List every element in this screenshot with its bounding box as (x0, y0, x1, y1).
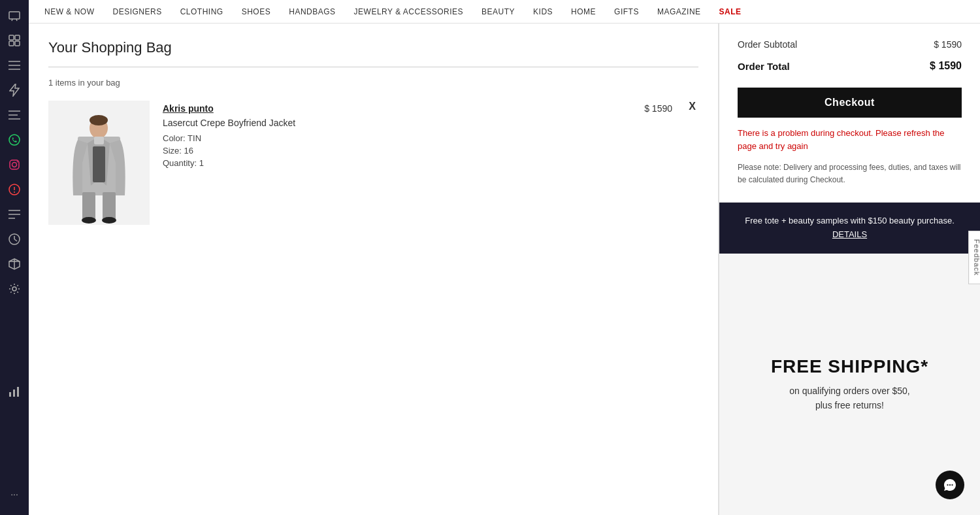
svg-point-45 (951, 484, 953, 486)
analytics-icon[interactable] (4, 381, 25, 402)
nav-item-beauty[interactable]: BEAUTY (472, 0, 524, 23)
menu2-icon[interactable] (4, 105, 25, 125)
promo-details-link[interactable]: DETAILS (832, 229, 867, 239)
bag-item: Akris punto Lasercut Crepe Boyfriend Jac… (48, 101, 698, 225)
svg-point-28 (12, 287, 16, 291)
chat-button[interactable] (936, 471, 964, 499)
promo-text: Free tote + beauty samples with $150 bea… (745, 216, 955, 225)
svg-point-43 (947, 484, 948, 486)
total-label: Order Total (738, 61, 790, 72)
lightning-icon[interactable] (4, 80, 25, 101)
checkout-note: Please note: Delivery and processing fee… (738, 161, 962, 186)
subtotal-label: Order Subtotal (738, 39, 797, 50)
promo-banner: Free tote + beauty samples with $150 bea… (719, 203, 980, 254)
summary-top: Order Subtotal $ 1590 Order Total $ 1590… (719, 24, 980, 203)
svg-point-13 (9, 135, 20, 145)
alert-icon[interactable] (4, 179, 25, 200)
svg-rect-6 (15, 41, 20, 46)
item-details: Akris punto Lasercut Crepe Boyfriend Jac… (163, 101, 698, 171)
svg-line-1 (12, 19, 12, 21)
svg-rect-30 (13, 390, 15, 397)
sidebar: ··· (0, 0, 29, 515)
svg-point-16 (17, 161, 18, 163)
content-area: Your Shopping Bag 1 items in your bag (29, 24, 980, 515)
svg-line-2 (16, 19, 17, 21)
main-wrapper: NEW & NOW DESIGNERS CLOTHING SHOES HANDB… (29, 0, 980, 515)
free-shipping-title: FREE SHIPPING* (771, 356, 928, 377)
svg-rect-5 (9, 41, 14, 46)
nav-item-designers[interactable]: DESIGNERS (104, 0, 171, 23)
item-quantity: Quantity: 1 (163, 158, 698, 168)
nav-item-new[interactable]: NEW & NOW (35, 0, 104, 23)
nav-item-magazine[interactable]: MAGAZINE (648, 0, 710, 23)
page-title: Your Shopping Bag (48, 39, 698, 56)
item-name: Lasercut Crepe Boyfriend Jacket (163, 118, 698, 128)
svg-point-44 (949, 484, 951, 486)
svg-point-39 (82, 217, 96, 224)
gear-icon[interactable] (4, 278, 25, 299)
remove-item-button[interactable]: X (686, 101, 698, 112)
product-image[interactable] (48, 101, 150, 225)
svg-rect-3 (9, 35, 14, 40)
instagram-icon[interactable] (4, 154, 25, 175)
menu-icon[interactable] (4, 55, 25, 76)
svg-point-19 (14, 191, 15, 193)
item-color: Color: TIN (163, 133, 698, 143)
subtotal-value: $ 1590 (934, 39, 962, 50)
items-count: 1 items in your bag (48, 78, 698, 88)
item-price: $ 1590 (644, 103, 672, 114)
clock-icon[interactable] (4, 229, 25, 250)
nav-item-shoes[interactable]: SHOES (233, 0, 280, 23)
checkout-error: There is a problem during checkout. Plea… (738, 127, 962, 152)
grid-icon[interactable] (4, 30, 25, 51)
svg-rect-38 (103, 192, 116, 220)
item-brand[interactable]: Akris punto (163, 103, 698, 114)
svg-point-40 (102, 217, 116, 224)
nav-item-sale[interactable]: SALE (710, 0, 751, 23)
svg-rect-0 (9, 12, 20, 19)
nav-item-home[interactable]: HOME (562, 0, 605, 23)
svg-rect-37 (82, 192, 95, 220)
nav-item-handbags[interactable]: HANDBAGS (280, 0, 344, 23)
order-summary-panel: Order Subtotal $ 1590 Order Total $ 1590… (719, 24, 980, 515)
menu3-icon[interactable] (4, 204, 25, 225)
tv-icon[interactable] (4, 5, 25, 26)
nav-item-gifts[interactable]: GIFTS (605, 0, 648, 23)
feedback-tab[interactable]: Feedback (968, 231, 980, 284)
svg-rect-4 (15, 35, 20, 40)
nav-item-kids[interactable]: KIDS (524, 0, 562, 23)
svg-rect-41 (93, 146, 105, 182)
checkout-button[interactable]: Checkout (738, 88, 962, 118)
shopping-bag: Your Shopping Bag 1 items in your bag (29, 24, 719, 515)
svg-rect-42 (94, 137, 104, 144)
nav-item-jewelry[interactable]: JEWELRY & ACCESSORIES (345, 0, 472, 23)
bag-divider (48, 67, 698, 67)
svg-line-25 (14, 239, 17, 241)
total-row: Order Total $ 1590 (738, 60, 962, 72)
total-value: $ 1590 (930, 60, 962, 72)
item-size: Size: 16 (163, 146, 698, 156)
nav-item-clothing[interactable]: CLOTHING (171, 0, 233, 23)
svg-rect-29 (9, 392, 11, 397)
svg-point-36 (90, 115, 108, 125)
top-nav: NEW & NOW DESIGNERS CLOTHING SHOES HANDB… (29, 0, 980, 24)
box-icon[interactable] (4, 254, 25, 274)
more-icon[interactable]: ··· (4, 484, 25, 505)
svg-point-15 (12, 163, 17, 167)
free-shipping-subtitle: on qualifying orders over $50,plus free … (789, 384, 909, 413)
subtotal-row: Order Subtotal $ 1590 (738, 39, 962, 50)
whatsapp-icon[interactable] (4, 129, 25, 150)
svg-rect-31 (17, 387, 19, 397)
